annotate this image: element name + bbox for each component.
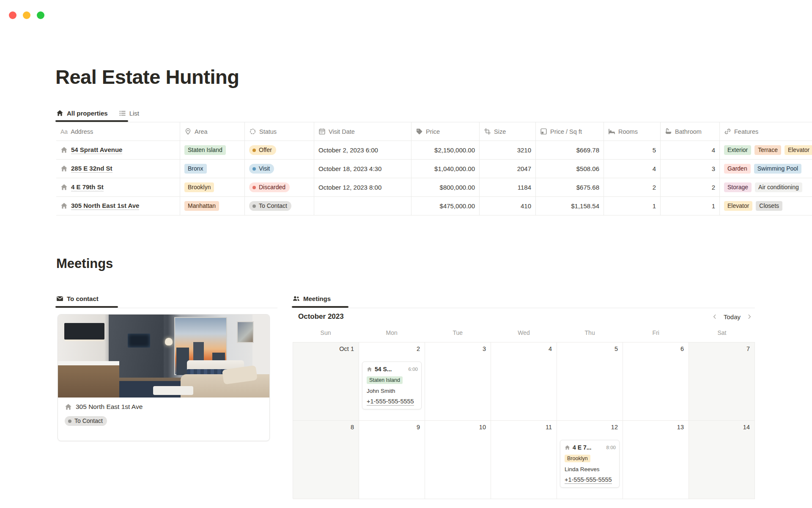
column-header-price[interactable]: Price [411,122,480,141]
cell-area[interactable]: Bronx [180,160,245,178]
status-dot [252,167,256,171]
today-button[interactable]: Today [724,313,741,320]
column-header-status[interactable]: Status [245,122,314,141]
gallery-card-property[interactable]: 305 North East 1st Ave To Contact [58,314,270,441]
cell-rooms[interactable]: 1 [604,197,661,215]
minimize-button[interactable] [23,11,30,19]
chevron-right-icon[interactable] [746,314,752,320]
cell-address[interactable]: 4 E 79th St [56,178,180,196]
area-tag: Bronx [184,164,207,174]
calendar-day-cell[interactable]: 3 [425,342,491,421]
house-icon [565,445,570,450]
cell-visit_date[interactable] [314,197,411,215]
cell-value: $675.68 [576,184,599,191]
calendar-day-cell[interactable]: 6 [623,342,689,421]
cell-rooms[interactable]: 4 [604,160,661,178]
event-card[interactable]: 4 E 7...8:00BrooklynLinda Reeves+1-555-5… [560,440,620,488]
cell-size[interactable]: 1184 [480,178,536,196]
cell-price[interactable]: $2,150,000.00 [411,141,480,159]
cell-status[interactable]: To Contact [245,197,314,215]
cell-features[interactable]: ExteriorTerraceElevator [720,141,812,159]
cell-status[interactable]: Offer [245,141,314,159]
tab-list[interactable]: List [119,104,139,122]
cell-features[interactable]: StorageAir conditioning [720,178,812,196]
cell-price[interactable]: $475,000.00 [411,197,480,215]
column-header-visit_date[interactable]: Visit Date [314,122,411,141]
maximize-button[interactable] [37,11,44,19]
cell-price[interactable]: $800,000.00 [411,178,480,196]
column-header-address[interactable]: AaAddress [56,122,180,141]
cell-address[interactable]: 54 Spratt Avenue [56,141,180,159]
address-link[interactable]: 285 E 32nd St [71,165,112,173]
tab-to-contact[interactable]: To contact [56,290,99,308]
column-header-area[interactable]: Area [180,122,245,141]
event-phone-link[interactable]: +1-555-555-5555 [565,476,619,483]
address-link[interactable]: 305 North East 1st Ave [71,202,139,210]
calendar-day-cell[interactable]: 7 [689,342,755,421]
address-link[interactable]: 54 Spratt Avenue [71,146,122,154]
calendar-day-cell[interactable]: 254 S...6:00Staten IslandJohn Smith+1-55… [359,342,425,421]
cell-status[interactable]: Discarded [245,178,314,196]
cell-price[interactable]: $1,040,000.00 [411,160,480,178]
day-header: Tue [425,329,491,336]
cell-size[interactable]: 3210 [480,141,536,159]
cell-address[interactable]: 285 E 32nd St [56,160,180,178]
event-phone-link[interactable]: +1-555-555-5555 [367,398,421,405]
address-link[interactable]: 4 E 79th St [71,183,104,191]
cell-features[interactable]: ElevatorClosets [720,197,812,215]
calendar-day-cell[interactable]: 14 [689,421,755,499]
calendar-day-cell[interactable]: 124 E 7...8:00BrooklynLinda Reeves+1-555… [557,421,623,499]
close-button[interactable] [9,11,16,19]
tab-label: List [129,110,139,117]
status-badge: To Contact [249,201,291,211]
column-header-size[interactable]: Size [480,122,536,141]
calendar-day-cell[interactable]: Oct 1 [293,342,359,421]
tab-all-properties[interactable]: All properties [56,104,108,122]
column-header-features[interactable]: Features [720,122,812,141]
cell-bathroom[interactable]: 4 [661,141,720,159]
bath-icon [665,128,672,135]
cell-visit_date[interactable]: October 2, 2023 6:00 [314,141,411,159]
status-label: To Contact [259,202,287,210]
column-header-bathroom[interactable]: Bathroom [661,122,720,141]
cell-size[interactable]: 410 [480,197,536,215]
event-title: 4 E 7... [573,444,591,451]
column-header-rooms[interactable]: Rooms [604,122,661,141]
cell-status[interactable]: Visit [245,160,314,178]
gallery-card-address: 305 North East 1st Ave [76,403,143,411]
cell-visit_date[interactable]: October 12, 2023 8:00 [314,178,411,196]
cell-bathroom[interactable]: 1 [661,197,720,215]
calendar-day-cell[interactable]: 4 [491,342,557,421]
day-header: Sat [689,329,755,336]
cell-address[interactable]: 305 North East 1st Ave [56,197,180,215]
calendar-date-label: 13 [677,424,684,431]
cell-bathroom[interactable]: 3 [661,160,720,178]
calendar-day-cell[interactable]: 10 [425,421,491,499]
cell-area[interactable]: Brooklyn [180,178,245,196]
list-view-icon [119,110,126,117]
calendar-day-cell[interactable]: 8 [293,421,359,499]
cell-rooms[interactable]: 5 [604,141,661,159]
active-tab-underline [292,306,348,308]
table-row: 54 Spratt AvenueStaten IslandOfferOctobe… [56,141,812,160]
cell-features[interactable]: GardenSwimming Pool [720,160,812,178]
column-header-price_sqft[interactable]: Price / Sq ft [536,122,604,141]
cell-bathroom[interactable]: 2 [661,178,720,196]
tab-meetings-calendar[interactable]: Meetings [293,290,331,308]
cell-price_sqft[interactable]: $669.78 [536,141,604,159]
chevron-left-icon[interactable] [712,314,718,320]
status-dot [252,204,256,208]
calendar-day-cell[interactable]: 13 [623,421,689,499]
cell-price_sqft[interactable]: $675.68 [536,178,604,196]
calendar-day-cell[interactable]: 5 [557,342,623,421]
calendar-day-cell[interactable]: 11 [491,421,557,499]
cell-area[interactable]: Manhattan [180,197,245,215]
event-card[interactable]: 54 S...6:00Staten IslandJohn Smith+1-555… [362,362,422,409]
calendar-day-cell[interactable]: 9 [359,421,425,499]
cell-price_sqft[interactable]: $508.06 [536,160,604,178]
cell-visit_date[interactable]: October 18, 2023 4:30 [314,160,411,178]
cell-rooms[interactable]: 2 [604,178,661,196]
cell-area[interactable]: Staten Island [180,141,245,159]
cell-price_sqft[interactable]: $1,158.54 [536,197,604,215]
cell-size[interactable]: 2047 [480,160,536,178]
